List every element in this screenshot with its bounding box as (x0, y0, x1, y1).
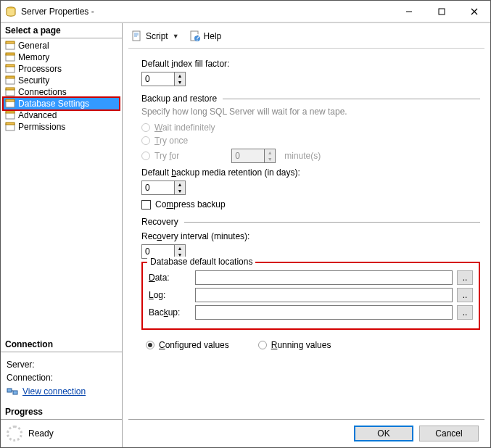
minimize-button[interactable] (392, 1, 425, 22)
page-item-security[interactable]: Security (4, 75, 119, 86)
fill-factor-input[interactable] (142, 72, 174, 86)
progress-spinner-icon (7, 426, 22, 441)
page-label: Permissions (18, 122, 65, 132)
cancel-button[interactable]: Cancel (419, 426, 479, 441)
help-icon: ? (189, 30, 201, 42)
page-label: General (18, 41, 49, 51)
page-icon (5, 110, 15, 120)
maximize-button[interactable] (425, 1, 458, 22)
retention-spinner[interactable]: ▲▼ (141, 181, 186, 195)
view-connection-text: View connection (22, 386, 86, 397)
progress-body: Ready (1, 420, 122, 447)
dialog-window: Server Properties - Select a page Genera… (0, 0, 491, 448)
try-once-radio: Try once (141, 136, 480, 146)
left-pane: Select a page General Memory Processors … (1, 23, 123, 447)
view-connection-link[interactable]: View connection (7, 386, 116, 397)
svg-rect-5 (6, 53, 15, 55)
svg-rect-15 (6, 111, 15, 113)
content: Select a page General Memory Processors … (1, 22, 490, 447)
compress-label: Compress backup (155, 199, 226, 210)
svg-rect-9 (6, 76, 15, 78)
page-item-database-settings[interactable]: Database Settings (4, 98, 119, 109)
spin-down-icon: ▼ (265, 156, 275, 162)
toolbar: Script ▼ ? Help (128, 28, 484, 49)
page-item-processors[interactable]: Processors (4, 63, 119, 75)
log-label: Log: (149, 290, 191, 300)
svg-text:?: ? (194, 33, 199, 42)
footer: OK Cancel (128, 419, 484, 447)
page-icon (5, 52, 15, 62)
page-item-general[interactable]: General (4, 40, 119, 51)
page-icon (5, 75, 15, 86)
configured-label: Configured values (159, 340, 229, 350)
page-label: Processors (18, 64, 62, 74)
locations-title: Database default locations (147, 257, 255, 267)
page-icon (5, 41, 15, 51)
spin-down-icon[interactable]: ▼ (175, 188, 185, 194)
wait-indefinitely-radio: Wait indefinitely (141, 123, 480, 133)
progress-header: Progress (1, 405, 122, 420)
connection-body: Server: Connection: View connection (1, 352, 122, 405)
configured-values-radio[interactable]: Configured values (146, 340, 229, 350)
right-pane: Script ▼ ? Help Default index fill facto… (123, 23, 490, 447)
running-values-radio[interactable]: Running values (258, 340, 331, 350)
script-label: Script (146, 31, 168, 41)
page-label: Database Settings (18, 99, 89, 109)
retention-label: Default backup media retention (in days)… (141, 167, 480, 178)
app-icon (5, 6, 17, 17)
page-icon (5, 64, 15, 74)
svg-rect-13 (6, 99, 15, 101)
form: Default index fill factor: ▲▼ Backup and… (128, 49, 484, 419)
select-page-header: Select a page (1, 23, 122, 38)
spin-down-icon[interactable]: ▼ (175, 79, 185, 86)
svg-rect-11 (6, 88, 15, 90)
ok-button[interactable]: OK (354, 426, 413, 441)
running-label: Running values (271, 340, 331, 350)
titlebar: Server Properties - (1, 1, 490, 22)
svg-rect-19 (13, 391, 17, 394)
recovery-title: Recovery (141, 217, 178, 227)
page-icon (5, 87, 15, 97)
connection-header: Connection (1, 337, 122, 352)
close-button[interactable] (458, 1, 490, 22)
page-label: Connections (18, 87, 67, 97)
page-list: General Memory Processors Security Conne… (1, 38, 122, 134)
window-title: Server Properties - (21, 7, 392, 17)
page-item-connections[interactable]: Connections (4, 86, 119, 98)
connection-icon (7, 386, 18, 397)
try-for-radio: Try for ▲▼ minute(s) (141, 149, 480, 163)
fill-factor-spinner[interactable]: ▲▼ (141, 72, 186, 86)
help-button[interactable]: ? Help (186, 29, 225, 43)
compress-checkbox-row[interactable]: Compress backup (141, 199, 480, 210)
default-locations-group: Database default locations Data: .. Log:… (141, 262, 480, 330)
page-item-memory[interactable]: Memory (4, 51, 119, 63)
script-button[interactable]: Script ▼ (128, 29, 182, 43)
page-icon (5, 99, 15, 109)
minutes-label: minute(s) (284, 151, 321, 161)
backup-browse-button[interactable]: .. (457, 305, 473, 320)
page-item-permissions[interactable]: Permissions (4, 121, 119, 133)
backup-path-input[interactable] (195, 305, 453, 320)
retention-input[interactable] (142, 181, 174, 194)
page-label: Advanced (18, 110, 57, 120)
svg-rect-18 (7, 389, 12, 392)
spin-up-icon[interactable]: ▲ (175, 72, 185, 79)
spin-up-icon[interactable]: ▲ (175, 245, 185, 252)
recovery-interval-label: Recovery interval (minutes): (141, 231, 480, 241)
spin-up-icon: ▲ (265, 149, 275, 156)
chevron-down-icon: ▼ (173, 33, 179, 40)
help-label: Help (204, 31, 222, 41)
log-path-input[interactable] (195, 288, 453, 302)
page-item-advanced[interactable]: Advanced (4, 109, 119, 121)
page-icon (5, 122, 15, 132)
connection-label: Connection: (7, 373, 116, 383)
spin-up-icon[interactable]: ▲ (175, 181, 185, 188)
data-label: Data: (149, 273, 191, 283)
svg-rect-3 (6, 41, 15, 43)
page-label: Memory (18, 52, 49, 62)
log-browse-button[interactable]: .. (457, 288, 473, 302)
compress-checkbox[interactable] (141, 200, 151, 210)
data-path-input[interactable] (195, 270, 453, 285)
backup-label: Backup: (149, 307, 191, 318)
data-browse-button[interactable]: .. (457, 270, 473, 285)
